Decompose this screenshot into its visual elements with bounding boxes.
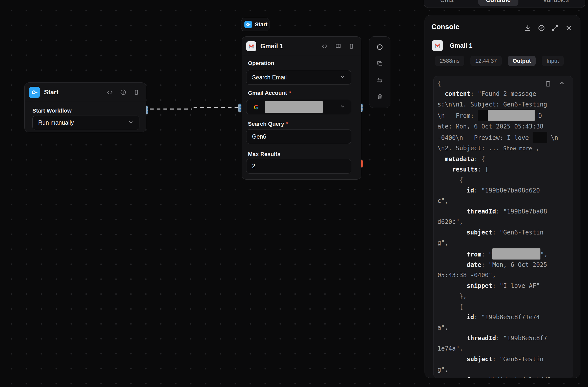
duration-badge: 2588ms xyxy=(435,56,464,66)
start-badge-icon xyxy=(244,21,252,28)
trigger-select-value: Run manually xyxy=(38,119,74,126)
run-status-circle-icon[interactable] xyxy=(376,44,383,52)
code-line: { xyxy=(437,175,569,185)
redaction-box xyxy=(478,110,488,121)
code-line: c", xyxy=(437,196,569,206)
start-node[interactable]: Start Start Workflow Run manually xyxy=(24,82,146,132)
code-line: { xyxy=(437,302,569,312)
duplicate-icon[interactable] xyxy=(376,60,383,68)
gmail-node-input-handle[interactable] xyxy=(238,103,242,113)
expand-icon[interactable] xyxy=(551,24,559,33)
chevron-down-icon xyxy=(340,74,345,81)
code-line: results: [ xyxy=(437,164,569,175)
gmail-account-select[interactable] xyxy=(246,100,351,114)
code-line: from: "bdjd@utmdol.bdd" xyxy=(437,375,569,378)
search-query-value: Gen6 xyxy=(252,133,266,140)
trigger-select[interactable]: Run manually xyxy=(32,116,139,130)
operation-select-value: Search Email xyxy=(252,74,287,81)
code-line: threadId: "199b8e7ba08 xyxy=(437,206,569,217)
google-g-icon xyxy=(253,104,259,110)
show-more-link[interactable]: Show more xyxy=(503,145,532,152)
gmail-icon xyxy=(246,41,256,51)
copy-icon[interactable] xyxy=(544,80,552,88)
operation-label: Operation xyxy=(248,60,274,67)
gmail-node[interactable]: Gmail 1 Operation Search Email Gmail Acc… xyxy=(242,36,361,180)
workflow-canvas[interactable]: Start Start Workflow Run manually Start … xyxy=(0,0,588,387)
gmail-account-label: Gmail Account* xyxy=(248,90,291,96)
tab-variables[interactable]: Variables xyxy=(535,0,576,6)
trash-icon[interactable] xyxy=(376,93,383,101)
download-icon[interactable] xyxy=(524,24,532,33)
tab-chat[interactable]: Chat xyxy=(433,0,461,6)
chevron-down-icon xyxy=(340,103,345,111)
max-results-input[interactable]: 2 xyxy=(246,159,351,174)
chevron-down-icon xyxy=(128,119,134,126)
docs-book-icon[interactable] xyxy=(335,43,342,50)
tab-console[interactable]: Console xyxy=(478,0,518,6)
code-line: }, xyxy=(437,291,569,302)
timestamp-badge: 12:44:37 xyxy=(470,56,502,66)
code-line: s:\n\n1. Subject: Gen6-Testing xyxy=(437,99,569,110)
mobile-icon[interactable] xyxy=(348,43,354,50)
code-line: subject: "Gen6-Testin xyxy=(437,354,569,364)
account-email-redaction xyxy=(265,101,323,113)
code-line: id: "199b8e5c8f71e74 xyxy=(437,312,569,322)
mobile-icon[interactable] xyxy=(133,89,139,96)
required-marker: * xyxy=(286,121,288,127)
start-workflow-label: Start Workflow xyxy=(32,108,72,114)
code-line: id: "199b8e7ba08d620 xyxy=(437,185,569,196)
code-line: \n2. Subject: ... Show more , xyxy=(437,143,569,154)
max-results-label: Max Results xyxy=(248,151,280,158)
code-line: -0400\n Preview: I love \n xyxy=(437,132,569,143)
collapse-chevron-up-icon[interactable] xyxy=(559,80,565,88)
gmail-icon xyxy=(432,40,443,51)
code-line: metadata: { xyxy=(437,154,569,164)
swap-connections-icon[interactable] xyxy=(376,77,383,85)
code-line: content: "Found 2 message xyxy=(437,89,569,99)
code-line: from: "", xyxy=(437,248,569,260)
code-line: g", xyxy=(437,364,569,375)
gmail-node-title: Gmail 1 xyxy=(260,42,321,50)
input-tab[interactable]: Input xyxy=(542,56,564,66)
code-line: subject: "Gen6-Testin xyxy=(437,227,569,238)
required-marker: * xyxy=(289,90,291,96)
console-title: Console xyxy=(431,23,459,31)
console-code-lines: { content: "Found 2 messages:\n\n1. Subj… xyxy=(434,76,573,378)
code-line: snippet: "I love AF" xyxy=(437,281,569,291)
search-query-label: Search Query* xyxy=(248,121,288,127)
code-icon[interactable] xyxy=(321,43,328,50)
operation-select[interactable]: Search Email xyxy=(246,70,351,85)
redaction-box xyxy=(488,110,535,121)
code-line: 05:43:38 -0400", xyxy=(437,270,569,281)
info-icon[interactable] xyxy=(120,89,127,96)
code-line: \n From: D xyxy=(437,110,569,121)
code-line: d620c", xyxy=(437,217,569,227)
console-node-name: Gmail 1 xyxy=(450,42,472,49)
code-line: a", xyxy=(437,322,569,333)
start-badge-label: Start xyxy=(255,21,267,28)
code-icon[interactable] xyxy=(107,89,113,96)
code-line: ate: Mon, 6 Oct 2025 05:43:38 xyxy=(437,121,569,132)
connection-line-segment-2 xyxy=(194,107,238,108)
clear-console-icon[interactable] xyxy=(538,24,545,33)
panel-tabbar[interactable]: Chat Console Variables xyxy=(424,0,585,8)
close-icon[interactable] xyxy=(565,24,573,33)
redaction-box xyxy=(533,132,547,143)
console-output-block[interactable]: { content: "Found 2 messages:\n\n1. Subj… xyxy=(433,76,573,378)
node-action-toolbar[interactable] xyxy=(369,36,390,108)
start-point-badge[interactable]: Start xyxy=(241,18,269,31)
redaction-box xyxy=(492,248,540,260)
code-line: 1e74a", xyxy=(437,343,569,354)
start-node-title: Start xyxy=(44,89,107,96)
code-line: g", xyxy=(437,238,569,248)
connection-line-segment-1 xyxy=(150,109,192,110)
gmail-node-header[interactable]: Gmail 1 xyxy=(242,37,361,56)
max-results-value: 2 xyxy=(252,163,255,170)
code-line: threadId: "199b8e5c8f7 xyxy=(437,333,569,343)
start-node-header[interactable]: Start xyxy=(25,83,146,102)
code-line: date: "Mon, 6 Oct 2025 xyxy=(437,260,569,270)
console-panel[interactable]: Console Gmail 1 2588ms 12:44:37 Output I… xyxy=(425,15,580,378)
output-tab[interactable]: Output xyxy=(508,56,536,66)
start-trigger-icon xyxy=(29,87,40,98)
search-query-input[interactable]: Gen6 xyxy=(246,129,351,144)
